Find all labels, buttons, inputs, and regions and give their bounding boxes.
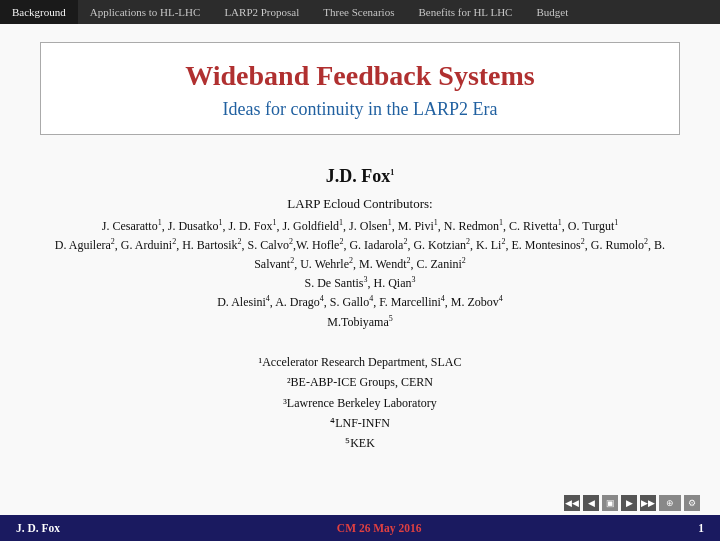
nav-next-button[interactable]: ▶: [621, 495, 637, 511]
contributors-list: J. Cesaratto1, J. Dusatko1, J. D. Fox1, …: [40, 217, 680, 332]
footer: J. D. Fox CM 26 May 2016 1: [0, 515, 720, 541]
sub-title: Ideas for continuity in the LARP2 Era: [61, 99, 659, 120]
nav-page-button[interactable]: ▣: [602, 495, 618, 511]
nav-prev-button[interactable]: ◀: [583, 495, 599, 511]
affil-4: ⁴LNF-INFN: [259, 413, 462, 433]
footer-author: J. D. Fox: [16, 522, 60, 534]
slide-content: J.D. Fox1 LARP Ecloud Contributors: J. C…: [0, 143, 720, 515]
affil-1: ¹Accelerator Research Department, SLAC: [259, 352, 462, 372]
nav-controls: ◀◀ ◀ ▣ ▶ ▶▶ ⊕ ⚙: [564, 495, 700, 511]
contributors-label: LARP Ecloud Contributors:: [287, 194, 432, 214]
nav-item-background[interactable]: Background: [0, 0, 78, 24]
title-box: Wideband Feedback Systems Ideas for cont…: [40, 42, 680, 135]
main-title: Wideband Feedback Systems: [61, 59, 659, 93]
nav-item-larp2[interactable]: LARP2 Proposal: [212, 0, 311, 24]
nav-item-benefits[interactable]: Benefits for HL LHC: [406, 0, 524, 24]
affiliations: ¹Accelerator Research Department, SLAC ²…: [259, 352, 462, 454]
nav-last-button[interactable]: ▶▶: [640, 495, 656, 511]
author-name: J.D. Fox1: [326, 163, 395, 191]
slide: Wideband Feedback Systems Ideas for cont…: [0, 24, 720, 541]
nav-item-applications[interactable]: Applications to HL-LHC: [78, 0, 213, 24]
nav-item-budget[interactable]: Budget: [524, 0, 580, 24]
affil-2: ²BE-ABP-ICE Groups, CERN: [259, 372, 462, 392]
nav-zoom-button[interactable]: ⊕: [659, 495, 681, 511]
nav-bar: Background Applications to HL-LHC LARP2 …: [0, 0, 720, 24]
nav-item-three-scenarios[interactable]: Three Scenarios: [311, 0, 406, 24]
footer-page: 1: [698, 522, 704, 534]
nav-first-button[interactable]: ◀◀: [564, 495, 580, 511]
footer-date: CM 26 May 2016: [337, 522, 422, 534]
nav-search-button[interactable]: ⚙: [684, 495, 700, 511]
affil-5: ⁵KEK: [259, 433, 462, 453]
affil-3: ³Lawrence Berkeley Laboratory: [259, 393, 462, 413]
